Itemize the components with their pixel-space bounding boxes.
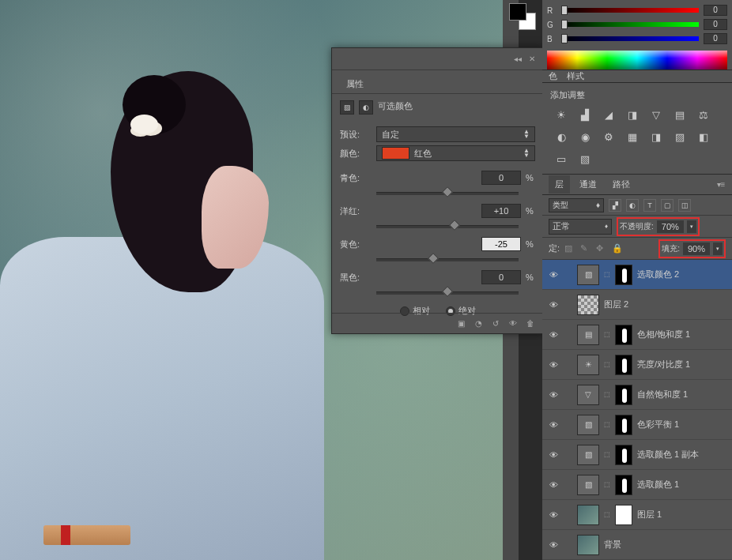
selective-color-icon[interactable]: ▧ [577, 152, 593, 166]
vibrance-icon[interactable]: ▽ [648, 107, 664, 122]
swatches-tab[interactable]: 色 [549, 70, 557, 82]
layer-thumb[interactable]: ▧ [577, 415, 599, 435]
preset-dropdown[interactable]: 自定 ▲▼ [376, 126, 535, 142]
rgb-B-slider[interactable] [561, 35, 699, 43]
filter-adj-icon[interactable]: ◐ [626, 199, 639, 212]
layer-mask[interactable] [615, 475, 632, 495]
layer-thumb[interactable]: ▧ [577, 475, 599, 495]
opacity-value[interactable]: 70% [657, 220, 684, 233]
layer-name[interactable]: 色相/饱和度 1 [637, 329, 727, 340]
exposure-icon[interactable]: ◨ [624, 107, 640, 122]
layer-thumb[interactable]: ▧ [577, 265, 599, 285]
filter-type-dropdown[interactable]: 类型♦ [549, 198, 604, 212]
layer-mask[interactable] [615, 385, 632, 405]
link-icon[interactable]: ⬚ [604, 391, 610, 398]
rgb-B-value[interactable]: 0 [704, 33, 727, 44]
visibility-icon[interactable]: 👁 [547, 479, 560, 491]
slider-2-track[interactable] [376, 253, 519, 264]
lock-pixels-icon[interactable]: ▨ [564, 243, 575, 254]
rgb-G-value[interactable]: 0 [704, 19, 727, 30]
curves-icon[interactable]: ◢ [601, 107, 617, 122]
layer-row[interactable]: 👁 ▧⬚ 选取颜色 1 副本 [542, 440, 732, 470]
reset-icon[interactable]: ↺ [491, 319, 500, 329]
trash-icon[interactable]: 🗑 [526, 319, 535, 329]
link-icon[interactable]: ⬚ [604, 271, 610, 278]
layer-mask[interactable] [615, 505, 632, 525]
layer-thumb[interactable]: ☀ [577, 355, 599, 375]
layer-mask[interactable] [615, 445, 632, 465]
layer-thumb[interactable]: ▽ [577, 385, 599, 405]
layer-row[interactable]: 👁 ▤⬚ 色相/饱和度 1 [542, 320, 732, 350]
visibility-icon[interactable]: 👁 [508, 319, 518, 329]
layer-name[interactable]: 色彩平衡 1 [637, 419, 727, 430]
filter-pixel-icon[interactable]: ▞ [609, 199, 621, 212]
bw-icon[interactable]: ◐ [553, 130, 569, 144]
visibility-icon[interactable]: 👁 [547, 389, 560, 401]
layer-name[interactable]: 图层 2 [604, 299, 727, 310]
layer-name[interactable]: 亮度/对比度 1 [637, 359, 727, 370]
layer-mask[interactable] [615, 325, 632, 345]
layer-thumb[interactable]: ▤ [577, 325, 599, 345]
layer-thumb[interactable]: ▧ [577, 445, 599, 465]
link-icon[interactable]: ⬚ [604, 331, 610, 338]
visibility-icon[interactable]: 👁 [547, 329, 560, 341]
layer-name[interactable]: 自然饱和度 1 [637, 389, 727, 400]
slider-0-input[interactable] [481, 171, 521, 185]
layer-thumb[interactable] [577, 295, 599, 315]
filter-shape-icon[interactable]: ▢ [661, 199, 674, 212]
visibility-icon[interactable]: 👁 [547, 269, 560, 281]
link-icon[interactable]: ⬚ [604, 361, 610, 368]
slider-3-track[interactable] [376, 286, 519, 297]
collapse-icon[interactable]: ◂◂ [513, 54, 523, 64]
filter-type-icon[interactable]: T [643, 199, 656, 212]
layer-row[interactable]: 👁 ⬚ 图层 1 [542, 500, 732, 530]
slider-1-input[interactable] [481, 204, 521, 218]
levels-icon[interactable]: ▟ [577, 107, 593, 122]
layer-row[interactable]: 👁 ▧⬚ 选取颜色 2 [542, 260, 732, 290]
layer-name[interactable]: 背景 [604, 539, 727, 551]
visibility-icon[interactable]: 👁 [547, 419, 560, 431]
layer-thumb[interactable] [577, 505, 599, 525]
link-icon[interactable]: ⬚ [604, 481, 610, 488]
layer-row[interactable]: 👁 ▧⬚ 选取颜色 1 [542, 470, 732, 500]
posterize-icon[interactable]: ▨ [672, 130, 688, 144]
threshold-icon[interactable]: ◧ [696, 130, 711, 144]
slider-0-track[interactable] [376, 186, 519, 197]
layer-row[interactable]: 👁 ☀⬚ 亮度/对比度 1 [542, 350, 732, 380]
styles-tab[interactable]: 样式 [567, 70, 584, 82]
lock-all-icon[interactable]: 🔒 [612, 243, 623, 254]
panel-menu-icon[interactable]: ▾≡ [716, 180, 726, 190]
visibility-icon[interactable]: 👁 [547, 449, 560, 461]
opacity-control[interactable]: 不透明度: 70% ▾ [617, 217, 700, 236]
rgb-G-slider[interactable] [561, 21, 699, 28]
layer-name[interactable]: 选取颜色 1 [637, 479, 727, 490]
layer-mask[interactable] [615, 415, 632, 435]
lock-brush-icon[interactable]: ✎ [580, 243, 591, 254]
rgb-R-value[interactable]: 0 [704, 5, 727, 16]
paths-tab[interactable]: 路径 [606, 175, 636, 194]
lock-position-icon[interactable]: ✥ [596, 243, 607, 254]
slider-1-track[interactable] [376, 220, 519, 231]
link-icon[interactable]: ⬚ [604, 511, 610, 518]
clip-icon[interactable]: ◔ [474, 319, 483, 329]
visibility-icon[interactable]: 👁 [547, 509, 560, 521]
slider-2-input[interactable] [481, 237, 521, 251]
visibility-icon[interactable]: 👁 [547, 539, 560, 551]
opacity-flyout-icon[interactable]: ▾ [687, 220, 696, 233]
filter-smart-icon[interactable]: ◫ [678, 199, 691, 212]
layer-name[interactable]: 选取颜色 2 [637, 269, 727, 280]
layer-row[interactable]: 👁 图层 2 [542, 290, 732, 320]
adjustment-icon[interactable]: ▧ [340, 100, 354, 115]
layer-thumb[interactable] [577, 535, 599, 555]
rgb-R-slider[interactable] [561, 6, 699, 14]
color-balance-icon[interactable]: ⚖ [696, 107, 711, 122]
color-spectrum[interactable] [547, 51, 727, 70]
photo-filter-icon[interactable]: ◉ [577, 130, 593, 144]
hue-sat-icon[interactable]: ▤ [672, 107, 688, 122]
layer-row[interactable]: 👁 ▽⬚ 自然饱和度 1 [542, 380, 732, 410]
channel-mixer-icon[interactable]: ⚙ [601, 130, 617, 144]
foreground-color-chip[interactable] [509, 3, 526, 21]
blend-mode-dropdown[interactable]: 正常♦ [549, 219, 612, 235]
fill-control[interactable]: 填充: 90% ▾ [658, 239, 726, 258]
link-icon[interactable]: ▣ [456, 319, 466, 329]
